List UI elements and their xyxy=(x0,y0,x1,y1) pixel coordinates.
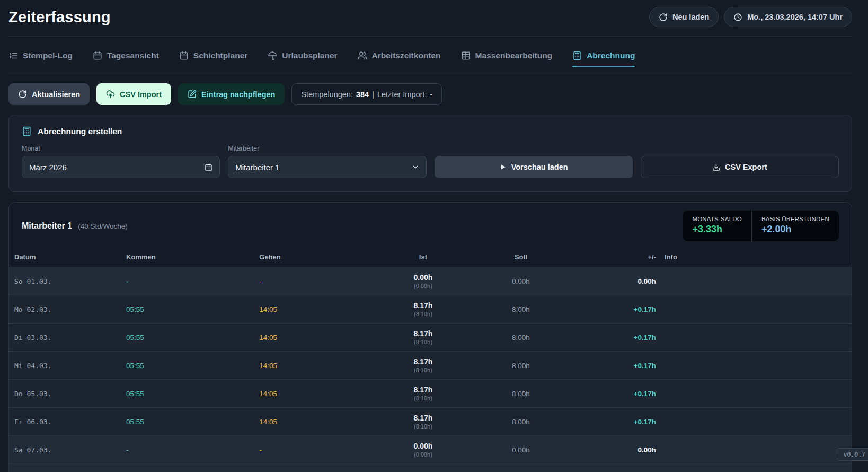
month-input[interactable] xyxy=(22,156,220,178)
tab-stempel-log[interactable]: Stempel-Log xyxy=(8,51,73,60)
table-row: Do 05.03. 05:55 14:05 8.17h (8:10h) 8.00… xyxy=(9,380,852,408)
col-datum: Datum xyxy=(9,248,122,267)
cell-diff: 0.00h xyxy=(567,436,660,464)
balance-box: MONATS-SALDO +3.33h BASIS ÜBERSTUNDEN +2… xyxy=(683,211,839,241)
employee-select[interactable]: Mitarbeiter 1 xyxy=(228,156,426,178)
chevron-down-icon xyxy=(412,163,419,171)
cell-ist: 0.00h (0:00h) xyxy=(371,436,475,464)
month-label: Monat xyxy=(22,145,220,152)
cell-date: Sa 07.03. xyxy=(9,436,122,464)
employee-weekly-hours: (40 Std/Woche) xyxy=(78,222,128,230)
employee-field: Mitarbeiter Mitarbeiter 1 xyxy=(228,145,426,178)
cell-kommen: - xyxy=(122,267,255,295)
tab-bar: Stempel-Log Tagesansicht Schichtplaner U… xyxy=(8,51,852,73)
csv-import-button[interactable]: CSV Import xyxy=(96,83,171,105)
play-icon xyxy=(499,163,507,171)
tab-massenbearbeitung[interactable]: Massenbearbeitung xyxy=(461,51,553,60)
month-saldo-stat: MONATS-SALDO +3.33h xyxy=(683,211,751,241)
cell-ist: 8.17h (8:10h) xyxy=(371,295,475,324)
tab-urlaubsplaner[interactable]: Urlaubsplaner xyxy=(268,51,337,60)
reload-button[interactable]: Neu laden xyxy=(649,7,719,27)
calculator-icon xyxy=(22,126,32,136)
tab-tagesansicht[interactable]: Tagesansicht xyxy=(93,51,159,60)
datetime-chip[interactable]: Mo., 23.03.2026, 14:07 Uhr xyxy=(724,7,852,27)
time-table: Datum Kommen Gehen Ist Soll +/- Info So … xyxy=(9,248,852,472)
report-header: Mitarbeiter 1 (40 Std/Woche) MONATS-SALD… xyxy=(9,203,852,248)
page-title: Zeiterfassung xyxy=(8,8,111,26)
col-kommen: Kommen xyxy=(122,248,255,267)
tab-arbeitszeitkonten[interactable]: Arbeitszeitkonten xyxy=(358,51,441,60)
cell-info xyxy=(660,324,852,352)
cell-kommen: 05:55 xyxy=(122,352,255,380)
cell-kommen: 05:55 xyxy=(122,380,255,408)
calendar-icon xyxy=(93,51,102,60)
cell-date: Mi 04.03. xyxy=(9,352,122,380)
time-table-body: So 01.03. - - 0.00h (0:00h) 0.00h 0.00h … xyxy=(9,267,852,472)
umbrella-icon xyxy=(268,51,277,60)
last-import-label: Letzter Import: xyxy=(377,90,427,99)
tab-abrechnung[interactable]: Abrechnung xyxy=(572,51,635,60)
clock-icon xyxy=(733,13,742,22)
load-preview-label: Vorschau laden xyxy=(511,163,568,171)
stamp-status-badge: Stempelungen: 384 | Letzter Import: - xyxy=(291,83,442,105)
cell-gehen: - xyxy=(255,267,371,295)
cell-info xyxy=(660,408,852,436)
month-input-value[interactable] xyxy=(29,163,205,172)
employee-label: Mitarbeiter xyxy=(228,145,426,152)
edit-icon xyxy=(188,90,197,99)
cell-soll xyxy=(475,464,566,472)
table-row: Mo 02.03. 05:55 14:05 8.17h (8:10h) 8.00… xyxy=(9,295,852,324)
version-badge: v0.0.7 xyxy=(837,448,868,461)
csv-export-button[interactable]: CSV Export xyxy=(641,156,839,178)
add-entry-label: Eintrag nachpflegen xyxy=(201,90,275,99)
cell-diff xyxy=(567,464,660,472)
stamp-status-label: Stempelungen: xyxy=(301,90,353,99)
cell-info xyxy=(660,295,852,324)
col-ist: Ist xyxy=(371,248,475,267)
calculator-icon xyxy=(572,51,582,60)
cell-gehen: 14:05 xyxy=(255,408,371,436)
cell-ist: 8.17h (8:10h) xyxy=(371,352,475,380)
col-info: Info xyxy=(660,248,852,267)
cell-kommen: 05:55 xyxy=(122,324,255,352)
table-icon xyxy=(461,51,471,60)
cell-gehen: 14:05 xyxy=(255,324,371,352)
tab-schichtplaner[interactable]: Schichtplaner xyxy=(179,51,248,60)
cell-diff: +0.17h xyxy=(567,352,660,380)
cell-kommen: 05:55 xyxy=(122,295,255,324)
refresh-button[interactable]: Aktualisieren xyxy=(8,83,90,105)
cell-soll: 0.00h xyxy=(475,267,566,295)
export-field: CSV Export xyxy=(641,145,839,178)
cell-gehen: 14:05 xyxy=(255,352,371,380)
employee-select-value: Mitarbeiter 1 xyxy=(235,163,279,172)
cell-gehen: - xyxy=(255,436,371,464)
cell-info xyxy=(660,267,852,295)
datetime-label: Mo., 23.03.2026, 14:07 Uhr xyxy=(747,13,843,21)
report-card: Mitarbeiter 1 (40 Std/Woche) MONATS-SALD… xyxy=(8,202,852,472)
cell-soll: 8.00h xyxy=(475,380,566,408)
cell-ist: 8.17h (8:10h) xyxy=(371,324,475,352)
users-icon xyxy=(358,51,367,60)
billing-fields: Monat Mitarbeiter Mitarbeiter 1 Vorschau… xyxy=(22,145,839,178)
csv-export-label: CSV Export xyxy=(725,163,767,171)
cell-kommen: 05:55 xyxy=(122,408,255,436)
cell-diff: +0.17h xyxy=(567,295,660,324)
cell-gehen xyxy=(255,464,371,472)
cell-diff: 0.00h xyxy=(567,267,660,295)
load-preview-button[interactable]: Vorschau laden xyxy=(435,156,633,178)
refresh-icon xyxy=(659,13,668,22)
base-overtime-label: BASIS ÜBERSTUNDEN xyxy=(761,216,829,222)
cell-soll: 0.00h xyxy=(475,436,566,464)
employee-summary: Mitarbeiter 1 (40 Std/Woche) xyxy=(22,221,128,231)
cell-soll: 8.00h xyxy=(475,295,566,324)
cell-date: Mo 02.03. xyxy=(9,295,122,324)
cell-gehen: 14:05 xyxy=(255,380,371,408)
billing-panel: Abrechnung erstellen Monat Mitarbeiter M… xyxy=(8,115,852,192)
cell-info xyxy=(660,436,852,464)
cell-diff: +0.17h xyxy=(567,380,660,408)
add-entry-button[interactable]: Eintrag nachpflegen xyxy=(178,83,285,105)
table-row: So 01.03. - - 0.00h (0:00h) 0.00h 0.00h xyxy=(9,267,852,295)
cell-kommen: - xyxy=(122,436,255,464)
cell-diff: +0.17h xyxy=(567,324,660,352)
table-row: Mi 04.03. 05:55 14:05 8.17h (8:10h) 8.00… xyxy=(9,352,852,380)
